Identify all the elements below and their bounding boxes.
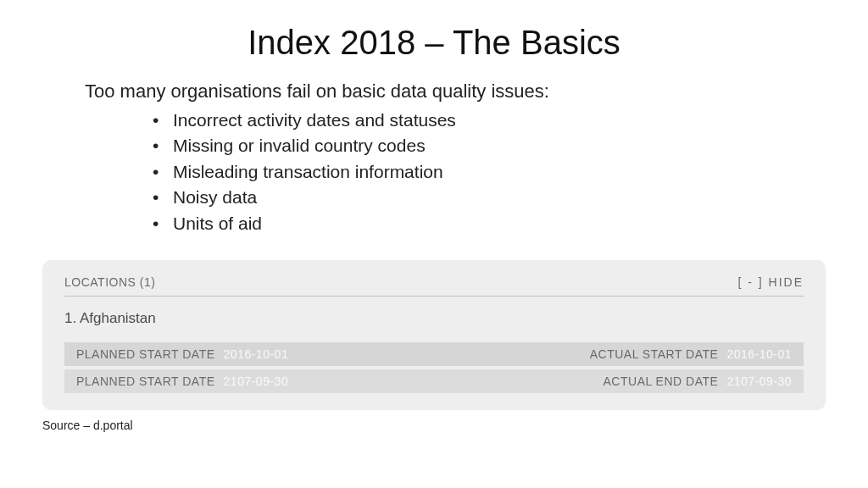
planned-start-label-2: PLANNED START DATE — [76, 374, 215, 388]
date-row: PLANNED START DATE 2107-09-30 ACTUAL END… — [64, 369, 804, 393]
bullet-item: Units of aid — [153, 211, 826, 236]
location-item: 1. Afghanistan — [64, 310, 804, 327]
actual-end-label: ACTUAL END DATE — [604, 374, 719, 388]
actual-end-value: 2107-09-30 — [726, 374, 792, 388]
date-row: PLANNED START DATE 2016-10-01 ACTUAL STA… — [64, 342, 804, 366]
planned-start-value: 2016-10-01 — [224, 347, 289, 361]
actual-start-value: 2016-10-01 — [726, 347, 792, 361]
source-note: Source – d.portal — [42, 419, 826, 432]
bullet-item: Noisy data — [153, 185, 826, 210]
bullet-item: Misleading transaction information — [153, 159, 826, 185]
hide-toggle[interactable]: [ - ] HIDE — [737, 275, 804, 289]
actual-start-label: ACTUAL START DATE — [590, 347, 719, 361]
slide-title: Index 2018 – The Basics — [42, 24, 826, 62]
planned-start-value-2: 2107-09-30 — [224, 374, 289, 388]
locations-count-label: LOCATIONS (1) — [64, 275, 155, 289]
planned-start-label: PLANNED START DATE — [76, 347, 215, 361]
panel-header: LOCATIONS (1) [ - ] HIDE — [64, 275, 804, 297]
date-rows: PLANNED START DATE 2016-10-01 ACTUAL STA… — [64, 342, 804, 393]
intro-text: Too many organisations fail on basic dat… — [85, 80, 826, 103]
bullet-item: Missing or invalid country codes — [153, 133, 826, 158]
bullet-list: Incorrect activity dates and statuses Mi… — [153, 108, 826, 236]
bullet-item: Incorrect activity dates and statuses — [153, 108, 826, 133]
locations-panel: LOCATIONS (1) [ - ] HIDE 1. Afghanistan … — [42, 260, 826, 410]
